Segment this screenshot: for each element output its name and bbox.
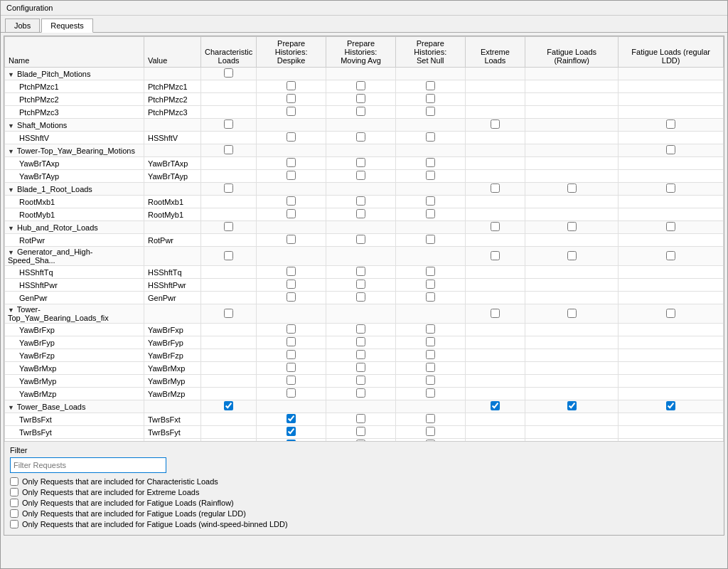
child-prep-set-null [395, 106, 465, 119]
table-row: YawBrFxpYawBrFxp [5, 324, 724, 336]
filter-checkbox-row: Only Requests that are included for Fati… [10, 520, 718, 528]
child-prep-moving-avg [326, 132, 396, 144]
group-name: ▼ Tower-Top_Yaw_Bearing_Loads_fix [5, 304, 144, 324]
group-extreme-loads [465, 68, 525, 80]
col-fatigue-ldd: Fatigue Loads (regular LDD) [619, 37, 724, 68]
group-fatigue-ldd [619, 183, 724, 196]
child-fatigue-ldd [619, 292, 724, 304]
child-prep-moving-avg [326, 80, 396, 93]
child-name: HSShftV [5, 132, 144, 144]
collapse-icon[interactable]: ▼ [8, 148, 15, 155]
child-char-loads [200, 362, 256, 375]
group-prep-despike [257, 68, 326, 80]
filter-checkbox-label: Only Requests that are included for Char… [22, 477, 218, 486]
child-value: YawBrTAyp [144, 170, 200, 183]
child-prep-despike [257, 362, 326, 375]
group-extreme-loads [465, 221, 525, 234]
child-prep-set-null [395, 279, 465, 292]
table-row: TwrBsFxtTwrBsFxt [5, 413, 724, 426]
child-extreme-loads [465, 336, 525, 349]
col-value: Value [144, 37, 200, 68]
collapse-icon[interactable]: ▼ [8, 249, 15, 256]
child-value: YawBrFyp [144, 336, 200, 349]
child-char-loads [200, 336, 256, 349]
group-prep-set-null [395, 221, 465, 234]
child-prep-moving-avg [326, 362, 396, 375]
child-extreme-loads [465, 349, 525, 362]
child-prep-set-null [395, 132, 465, 144]
group-prep-moving-avg [326, 247, 396, 266]
child-prep-set-null [395, 196, 465, 208]
child-fatigue-rainflow [525, 292, 619, 304]
child-char-loads [200, 413, 256, 426]
filter-checkbox[interactable] [10, 488, 18, 496]
collapse-icon[interactable]: ▼ [8, 225, 15, 232]
child-value: TwrBsFxt [144, 413, 200, 426]
child-prep-set-null [395, 157, 465, 170]
filter-checkbox[interactable] [10, 499, 18, 507]
filter-checkbox[interactable] [10, 509, 18, 518]
child-prep-set-null [395, 362, 465, 375]
group-prep-set-null [395, 304, 465, 324]
child-fatigue-rainflow [525, 336, 619, 349]
child-prep-despike [257, 375, 326, 388]
table-header-row: Name Value CharacteristicLoads Prepare H… [5, 37, 724, 68]
collapse-icon[interactable]: ▼ [8, 71, 15, 78]
child-fatigue-rainflow [525, 426, 619, 439]
child-prep-set-null [395, 324, 465, 336]
group-fatigue-rainflow [525, 247, 619, 266]
tab-requests[interactable]: Requests [41, 18, 92, 33]
group-fatigue-rainflow [525, 119, 619, 132]
group-value [144, 119, 200, 132]
content-area: Name Value CharacteristicLoads Prepare H… [4, 36, 724, 536]
group-extreme-loads [465, 183, 525, 196]
group-prep-set-null [395, 247, 465, 266]
child-char-loads [200, 80, 256, 93]
group-value [144, 304, 200, 324]
table-row: ▼ Blade_Pitch_Motions [5, 68, 724, 80]
requests-table: Name Value CharacteristicLoads Prepare H… [4, 36, 724, 442]
child-prep-despike [257, 80, 326, 93]
child-name: YawBrFzp [5, 349, 144, 362]
child-name: HSShftTq [5, 266, 144, 279]
group-prep-moving-avg [326, 119, 396, 132]
collapse-icon[interactable]: ▼ [8, 404, 15, 411]
filter-input[interactable] [10, 457, 166, 473]
child-char-loads [200, 388, 256, 400]
child-fatigue-ldd [619, 234, 724, 247]
child-fatigue-rainflow [525, 157, 619, 170]
child-fatigue-ldd [619, 413, 724, 426]
child-value: HSShftV [144, 132, 200, 144]
child-name: RootMyb1 [5, 208, 144, 221]
collapse-icon[interactable]: ▼ [8, 307, 15, 314]
child-value: YawBrMzp [144, 388, 200, 400]
collapse-icon[interactable]: ▼ [8, 122, 15, 129]
group-fatigue-rainflow [525, 183, 619, 196]
child-name: YawBrTAyp [5, 170, 144, 183]
group-fatigue-rainflow [525, 304, 619, 324]
child-name: PtchPMzc2 [5, 93, 144, 106]
child-prep-moving-avg [326, 292, 396, 304]
child-fatigue-rainflow [525, 132, 619, 144]
group-char-loads [200, 183, 256, 196]
group-prep-despike [257, 400, 326, 413]
filter-checkbox[interactable] [10, 520, 18, 528]
group-prep-set-null [395, 144, 465, 157]
child-prep-despike [257, 292, 326, 304]
child-prep-despike [257, 132, 326, 144]
filter-checkbox[interactable] [10, 477, 18, 486]
group-name: ▼ Blade_Pitch_Motions [5, 68, 144, 80]
window-title: Configuration [6, 4, 53, 12]
collapse-icon[interactable]: ▼ [8, 186, 15, 193]
child-fatigue-rainflow [525, 170, 619, 183]
tab-bar: Jobs Requests [1, 16, 727, 33]
tab-jobs[interactable]: Jobs [5, 18, 40, 32]
group-prep-despike [257, 221, 326, 234]
group-char-loads [200, 221, 256, 234]
child-name: YawBrMyp [5, 375, 144, 388]
child-prep-despike [257, 157, 326, 170]
child-prep-moving-avg [326, 266, 396, 279]
child-prep-set-null [395, 80, 465, 93]
child-prep-despike [257, 170, 326, 183]
filter-checkbox-label: Only Requests that are included for Extr… [22, 488, 199, 496]
